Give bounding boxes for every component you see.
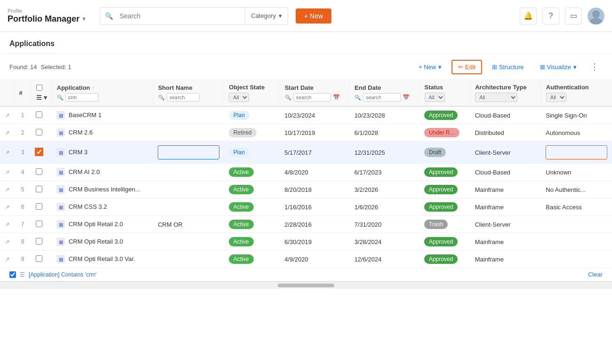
application-icon: ▩ — [56, 111, 65, 119]
end-calendar-icon[interactable]: 📅 — [403, 94, 410, 101]
clear-filter-button[interactable]: Clear — [588, 271, 603, 278]
select-all-checkbox[interactable] — [36, 85, 42, 91]
application-name: CRM CSS 3.2 — [69, 203, 107, 210]
screen-icon[interactable]: ▭ — [565, 8, 582, 24]
arrow-cell: ↗ — [0, 106, 14, 124]
row-arrow-icon[interactable]: ↗ — [5, 112, 9, 118]
status-badge: Trash — [424, 220, 448, 229]
structure-button[interactable]: ⊞ Structure — [486, 60, 530, 74]
object-state-cell: Active — [224, 181, 280, 198]
auth-cell: Autonomous — [541, 124, 612, 142]
application-icon: ▩ — [56, 185, 65, 194]
help-icon[interactable]: ? — [542, 8, 559, 24]
toolbar: Found: 14 Selected: 1 + New ▾ ✏ Edit ⊞ S… — [0, 54, 612, 80]
active-filter-row: ☰ [Application] Contains 'crm' Clear — [0, 268, 612, 281]
row-checkbox-cell — [31, 124, 52, 142]
application-name: CRM 2.6 — [69, 129, 93, 136]
col-authentication: Authentication All — [541, 80, 612, 106]
row-arrow-icon[interactable]: ↗ — [5, 130, 9, 135]
row-select-checkbox[interactable] — [36, 168, 42, 175]
more-options-icon[interactable]: ⋮ — [587, 59, 603, 75]
row-select-checkbox[interactable] — [36, 111, 42, 118]
row-arrow-icon[interactable]: ↗ — [5, 222, 9, 227]
brand-subtitle: Profile — [8, 8, 92, 14]
selected-count: Selected: 1 — [41, 63, 72, 71]
object-state-cell: Plan — [224, 106, 280, 124]
object-state-badge: Active — [229, 202, 254, 212]
edit-button[interactable]: ✏ Edit — [451, 60, 482, 74]
status-filter[interactable]: All — [425, 93, 445, 102]
start-date-cell: 4/8/2020 — [280, 164, 349, 181]
object-state-badge: Active — [229, 167, 254, 177]
calendar-icon[interactable]: 📅 — [333, 94, 340, 101]
scroll-thumb[interactable] — [278, 284, 334, 287]
status-badge: Approved — [424, 167, 458, 177]
arch-type-cell: Cloud-Based — [470, 106, 541, 124]
application-name-cell: ▩ BaseCRM 1 — [52, 106, 153, 124]
short-name-search-input[interactable] — [167, 93, 200, 102]
row-number-cell: 6 — [14, 198, 31, 216]
application-icon: ▩ — [56, 237, 65, 246]
visualize-button[interactable]: ⊠ Visualize ▾ — [534, 60, 583, 74]
auth-edit-field[interactable] — [546, 145, 607, 159]
row-select-checkbox[interactable] — [36, 186, 42, 192]
brand-area[interactable]: Profile Portfolio Manager ▾ — [8, 8, 92, 24]
row-select-checkbox[interactable] — [36, 149, 42, 155]
row-select-checkbox[interactable] — [36, 221, 42, 227]
object-state-badge: Active — [229, 185, 254, 194]
filter-checkbox[interactable] — [9, 271, 16, 278]
end-date-cell: 6/17/2023 — [350, 164, 419, 181]
object-state-filter[interactable]: All — [229, 93, 249, 102]
notifications-icon[interactable]: 🔔 — [520, 8, 537, 24]
row-arrow-icon[interactable]: ↗ — [5, 169, 9, 175]
end-date-search-input[interactable] — [363, 93, 401, 102]
new-chevron-icon: ▾ — [438, 63, 442, 71]
auth-cell — [541, 216, 612, 233]
auth-cell: No Authentic... — [541, 181, 612, 198]
object-state-cell: Active — [224, 164, 280, 181]
object-state-cell: Active — [224, 198, 280, 216]
row-arrow-icon[interactable]: ↗ — [5, 239, 9, 245]
row-select-checkbox[interactable] — [36, 255, 42, 262]
page-header: Applications — [0, 32, 612, 54]
arrow-cell: ↗ — [0, 124, 14, 142]
auth-cell: Basic Access — [541, 198, 612, 216]
row-arrow-icon[interactable]: ↗ — [5, 256, 9, 262]
end-date-cell: 6/1/2028 — [350, 124, 419, 142]
start-date-search-input[interactable] — [293, 93, 331, 102]
category-dropdown[interactable]: Category ▾ — [245, 8, 288, 24]
application-search-input[interactable] — [65, 93, 98, 102]
object-state-cell: Retired — [224, 124, 280, 142]
start-date-cell: 10/23/2024 — [280, 106, 349, 124]
header-icons: 🔔 ? ▭ — [520, 8, 604, 24]
search-input[interactable] — [118, 8, 245, 24]
row-select-checkbox[interactable] — [36, 238, 42, 245]
arch-type-filter[interactable]: All — [475, 93, 517, 102]
short-name-edit-field[interactable] — [158, 145, 219, 159]
object-state-badge: Active — [229, 237, 254, 246]
col-arch-type: Architecture Type All — [470, 80, 541, 106]
col-menu-icon: ▾ — [44, 94, 47, 101]
col-object-state: Object State All — [224, 80, 280, 106]
user-avatar[interactable] — [588, 8, 604, 24]
row-arrow-icon[interactable]: ↗ — [5, 187, 9, 192]
row-select-checkbox[interactable] — [36, 203, 42, 210]
status-badge: Approved — [424, 185, 458, 194]
row-checkbox-cell — [31, 142, 52, 164]
row-arrow-icon[interactable]: ↗ — [5, 204, 9, 210]
new-button[interactable]: + New — [296, 8, 331, 24]
applications-table-wrap: # ☰ ▾ Application ↑ — [0, 80, 612, 268]
row-checkbox-cell — [31, 251, 52, 268]
col-status: Status All — [419, 80, 470, 106]
col-short-name: Short Name 🔍 — [153, 80, 224, 106]
new-record-button[interactable]: + New ▾ — [412, 60, 448, 74]
application-name-cell: ▩ CRM Business Intelligen... — [52, 181, 153, 198]
row-arrow-icon[interactable]: ↗ — [5, 150, 9, 155]
object-state-cell: Plan — [224, 142, 280, 164]
auth-cell — [541, 142, 612, 164]
application-icon: ▩ — [56, 148, 65, 157]
row-select-checkbox[interactable] — [36, 129, 42, 135]
auth-filter[interactable]: All — [546, 93, 566, 102]
horizontal-scrollbar[interactable] — [0, 281, 612, 289]
sort-icon[interactable]: ↑ — [92, 85, 95, 91]
